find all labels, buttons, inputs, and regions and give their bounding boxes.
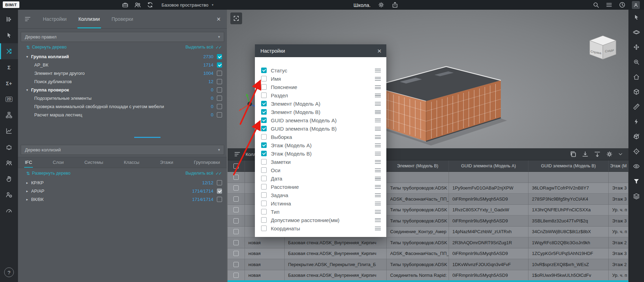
collisions-tree-item[interactable]: ▸ КР/КР 12/12 [18, 178, 227, 187]
help-button[interactable]: ? [4, 267, 14, 277]
modal-title-bar[interactable]: Настройки × [255, 44, 386, 57]
drag-handle-icon[interactable] [375, 185, 381, 189]
drag-handle-icon[interactable] [375, 177, 381, 180]
expander-icon[interactable]: ▸ [26, 189, 31, 193]
column-header-floor[interactable]: Этаж (М [609, 160, 628, 171]
collisions-tool-icon[interactable] [0, 43, 18, 59]
measure-ruler-icon[interactable] [628, 103, 644, 110]
setting-checkbox[interactable] [261, 76, 267, 81]
collapse-tree-link[interactable]: ⇅ Свернуть дерево [26, 45, 66, 50]
menu-icon[interactable] [606, 1, 613, 8]
hand-icon[interactable] [0, 171, 18, 187]
briefcase-icon[interactable] [122, 1, 129, 8]
drag-handle-icon[interactable] [375, 168, 381, 172]
select-cursor-icon[interactable] [0, 27, 18, 43]
speedometer-icon[interactable] [0, 203, 18, 219]
column-header-element-b[interactable]: Элемент (Модель B) [387, 160, 449, 171]
row-checkbox[interactable] [233, 240, 239, 245]
tree-item-checkbox[interactable] [217, 79, 222, 84]
horizontal-scrollbar[interactable] [228, 280, 628, 282]
puzzle-icon[interactable] [0, 139, 18, 155]
sync-icon[interactable] [147, 1, 154, 8]
chevron-down-icon[interactable] [618, 152, 623, 157]
drag-handle-icon[interactable] [375, 127, 381, 131]
rules-tree-item[interactable]: Проверка минимальной свободной площади с… [18, 102, 227, 111]
row-checkbox[interactable] [233, 218, 239, 223]
table-row[interactable]: новая Базовая стена:ADSK_Внутренняя_Кирп… [228, 248, 628, 259]
tree-item-checkbox[interactable] [217, 112, 222, 117]
expander-icon[interactable]: ▾ [26, 55, 31, 59]
collisions-tree-tab[interactable]: Этажи [160, 157, 173, 168]
drag-handle-icon[interactable] [375, 110, 381, 114]
drag-handle-icon[interactable] [375, 210, 381, 214]
tree-item-checkbox[interactable] [217, 104, 222, 109]
drag-handle-icon[interactable] [375, 160, 381, 164]
orbit-icon[interactable] [628, 29, 644, 36]
close-icon[interactable]: × [377, 47, 381, 54]
row-checkbox[interactable] [233, 196, 239, 202]
pan-icon[interactable] [628, 44, 644, 51]
table-menu-icon[interactable] [234, 151, 241, 158]
panel-tab[interactable]: Коллизии [79, 10, 100, 28]
collisions-tree-header[interactable]: Дерево коллизий ▾ [21, 145, 224, 155]
setting-checkbox[interactable] [261, 68, 267, 73]
tree-item-checkbox[interactable] [217, 54, 222, 59]
table-row[interactable]: новая Базовая стена:ADSK_Внутренняя_Кирп… [228, 237, 628, 248]
setting-checkbox[interactable] [261, 92, 267, 98]
drag-handle-icon[interactable] [375, 152, 381, 156]
tree-item-checkbox[interactable] [217, 71, 222, 76]
share-icon[interactable] [392, 1, 398, 8]
tree-item-checkbox[interactable] [217, 180, 222, 185]
view-cube[interactable]: Справа Сзади [586, 33, 619, 61]
expand-tree-link[interactable]: ⇅ Развернуть дерево [26, 171, 71, 176]
collisions-tree-item[interactable]: ▸ ВК/ВК 1714/1714 [18, 195, 227, 203]
workspace-selector[interactable]: Базовое пространство ▾ [162, 0, 213, 10]
gear-icon[interactable] [378, 1, 385, 8]
gear-icon[interactable] [606, 151, 613, 158]
drag-handle-icon[interactable] [375, 85, 381, 89]
rules-tree-item[interactable]: Поиск дубликатов 12 [18, 77, 227, 86]
locate-target-icon[interactable] [628, 148, 644, 155]
tree-item-checkbox[interactable] [217, 197, 222, 202]
column-header-guid-b[interactable]: GUID элемента (Модель B) [528, 160, 609, 171]
users-icon[interactable] [0, 155, 18, 171]
filter-funnel-icon[interactable] [628, 178, 644, 185]
tree-item-checkbox[interactable] [217, 87, 222, 92]
setting-checkbox[interactable] [261, 151, 267, 156]
drag-handle-icon[interactable] [375, 94, 381, 97]
setting-checkbox[interactable] [261, 167, 267, 173]
eye-icon[interactable] [628, 163, 644, 170]
expander-icon[interactable]: ▾ [26, 88, 31, 92]
lightning-icon[interactable] [628, 118, 644, 125]
collisions-tree-item[interactable]: ▸ АР/АР 1714/1714 [18, 187, 227, 195]
rules-tree-header[interactable]: Дерево правил ▾ [21, 32, 224, 42]
drag-handle-icon[interactable] [375, 193, 381, 197]
collisions-tree-tab[interactable]: Классы [124, 157, 139, 168]
setting-checkbox[interactable] [261, 109, 267, 115]
rules-tree-item[interactable]: АР_ВК 1714 [18, 61, 227, 69]
drag-handle-icon[interactable] [375, 143, 381, 147]
layers-icon[interactable] [628, 193, 644, 200]
collisions-tree-tab[interactable]: IFC [25, 157, 32, 168]
rules-tree-item[interactable]: Элемент внутри другого 1004 [18, 69, 227, 77]
collisions-tree-tab[interactable]: Группировки [194, 157, 220, 168]
drag-handle-icon[interactable] [375, 135, 381, 139]
setting-checkbox[interactable] [261, 209, 267, 214]
table-row[interactable]: новая Перекрытие:ADSK_Перекрытие_Плита_Б… [228, 259, 628, 270]
setting-checkbox[interactable] [261, 101, 267, 106]
drag-handle-icon[interactable] [375, 227, 381, 230]
app-logo[interactable]: BIMiT [3, 1, 19, 8]
drag-handle-icon[interactable] [375, 102, 381, 106]
setting-checkbox[interactable] [261, 142, 267, 148]
team-icon[interactable] [134, 1, 141, 8]
setting-checkbox[interactable] [261, 176, 267, 181]
setting-checkbox[interactable] [261, 134, 267, 140]
setting-checkbox[interactable] [261, 226, 267, 231]
expander-icon[interactable]: ▸ [26, 197, 31, 201]
drag-handle-icon[interactable] [375, 118, 381, 122]
collisions-tree-tab[interactable]: Слои [53, 157, 64, 168]
panel-tab[interactable]: Проверки [112, 10, 133, 28]
setting-checkbox[interactable] [261, 117, 267, 123]
row-checkbox[interactable] [233, 262, 239, 267]
setting-checkbox[interactable] [261, 159, 267, 165]
